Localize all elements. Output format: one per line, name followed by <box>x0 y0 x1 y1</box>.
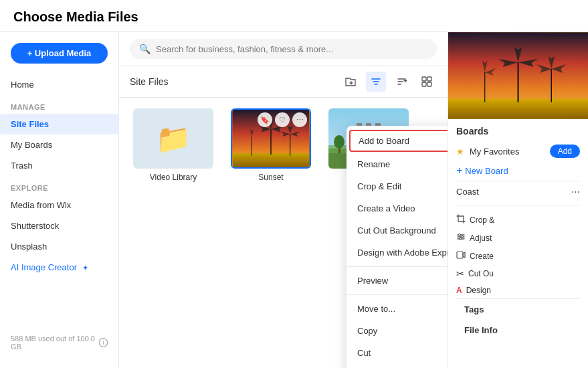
ctx-rename[interactable]: Rename <box>347 153 448 175</box>
content-area: 🔍 Site Files 📁 <box>119 32 448 368</box>
search-input-wrap[interactable]: 🔍 <box>130 39 437 59</box>
more-icon[interactable]: ⋯ <box>292 112 307 127</box>
page-header: Choose Media Files <box>0 0 588 32</box>
ctx-divider-2 <box>347 294 448 295</box>
folder-icon: 📁 <box>156 122 191 155</box>
ctx-cut-bg[interactable]: Cut Out Background <box>347 219 448 242</box>
sort-icon[interactable] <box>391 72 411 92</box>
tags-section: Tags <box>456 298 580 323</box>
create-video-icon <box>456 250 466 262</box>
video-library-label: Video Library <box>150 173 197 182</box>
svg-rect-5 <box>233 153 310 167</box>
more-options-icon[interactable]: ⋯ <box>571 187 580 197</box>
new-board-button[interactable]: + New Board <box>456 165 580 177</box>
svg-point-46 <box>460 238 462 240</box>
boards-header: Boards <box>456 126 580 136</box>
coast-label: Coast <box>456 187 479 197</box>
right-panel: Boards ★ My Favorites Add + New Board Co… <box>448 32 588 368</box>
plus-icon: + <box>456 165 462 177</box>
video-library-thumb: 📁 <box>133 108 213 169</box>
sidebar-item-shutterstock[interactable]: Shutterstock <box>0 215 118 236</box>
ctx-copy-url[interactable]: Copy URL <box>347 364 448 368</box>
sidebar-item-unsplash[interactable]: Unsplash <box>0 236 118 257</box>
action-adjust[interactable]: Adjust <box>456 229 580 247</box>
action-design[interactable]: A Design <box>456 282 580 298</box>
board-item-my-favorites: ★ My Favorites Add <box>456 142 580 161</box>
files-toolbar: Site Files <box>119 66 448 98</box>
search-icon: 🔍 <box>139 43 151 54</box>
sidebar-item-ai-image-creator[interactable]: AI Image Creator ✦ <box>0 257 118 278</box>
folder-add-icon[interactable] <box>340 72 361 92</box>
action-cut-out[interactable]: ✂ Cut Ou <box>456 265 580 282</box>
file-info-section: File Info <box>456 323 580 338</box>
svg-rect-0 <box>422 77 426 81</box>
page-title: Choose Media Files <box>13 9 575 25</box>
design-icon: A <box>456 286 462 295</box>
ctx-crop-edit[interactable]: Crop & Edit <box>347 175 448 197</box>
adjust-icon <box>456 232 466 244</box>
sidebar-item-trash[interactable]: Trash <box>0 155 118 176</box>
bookmark-icon[interactable]: 🔖 <box>258 112 272 127</box>
ctx-divider-1 <box>347 266 448 267</box>
sidebar-footer: 588 MB used out of 100.0 GB i <box>0 328 118 357</box>
toolbar-title: Site Files <box>130 76 335 87</box>
boards-section: Boards ★ My Favorites Add + New Board Co… <box>448 119 588 368</box>
svg-rect-3 <box>427 82 431 86</box>
sidebar: + Upload Media Home MANAGE Site Files My… <box>0 32 119 368</box>
svg-point-28 <box>334 135 345 149</box>
upload-media-button[interactable]: + Upload Media <box>11 43 108 64</box>
sunset-thumb: 🔖 ♡ ⋯ <box>231 108 311 169</box>
crop-icon <box>456 214 466 225</box>
search-bar: 🔍 <box>119 32 448 66</box>
image-preview-top <box>448 32 588 119</box>
ctx-add-to-board[interactable]: Add to Board › <box>349 130 448 152</box>
svg-rect-2 <box>422 82 426 86</box>
ctx-create-video[interactable]: Create a Video <box>347 197 448 219</box>
file-item-video-library[interactable]: 📁 Video Library <box>130 108 217 182</box>
filter-icon[interactable] <box>366 72 386 92</box>
info-icon[interactable]: i <box>99 338 108 347</box>
action-create[interactable]: Create <box>456 247 580 265</box>
svg-rect-1 <box>427 77 431 81</box>
svg-point-44 <box>459 234 461 236</box>
sunset-label: Sunset <box>258 173 283 182</box>
ctx-adobe-express[interactable]: Design with Adobe Express <box>347 242 448 264</box>
sidebar-item-my-boards[interactable]: My Boards <box>0 134 118 155</box>
svg-point-45 <box>462 236 464 238</box>
file-item-sunset[interactable]: 🔖 ♡ ⋯ Sunset <box>227 108 314 182</box>
search-input[interactable] <box>156 44 427 54</box>
heart-icon[interactable]: ♡ <box>275 112 290 127</box>
sidebar-section-explore: EXPLORE <box>0 176 118 195</box>
sidebar-section-manage: MANAGE <box>0 95 118 114</box>
sidebar-item-home[interactable]: Home <box>0 74 118 95</box>
ctx-cut[interactable]: Cut Ctrl+X <box>347 342 448 364</box>
file-info-title: File Info <box>464 325 572 335</box>
board-item-coast: Coast ⋯ <box>456 181 580 199</box>
add-to-favorites-button[interactable]: Add <box>550 145 580 158</box>
image-actions-overlay: 🔖 ♡ ⋯ <box>258 112 307 127</box>
ctx-preview[interactable]: Preview Space <box>347 270 448 292</box>
main-layout: + Upload Media Home MANAGE Site Files My… <box>0 32 588 368</box>
scissors-icon: ✂ <box>456 268 464 279</box>
svg-rect-47 <box>457 252 463 258</box>
action-list: Crop & Adjust Create ✂ Cut Ou <box>456 205 580 298</box>
sidebar-item-site-files[interactable]: Site Files <box>0 114 118 134</box>
ctx-copy[interactable]: Copy Ctrl+C <box>347 320 448 342</box>
grid-icon[interactable] <box>417 72 437 92</box>
boards-section-title: Boards <box>456 126 491 136</box>
tags-title: Tags <box>464 304 572 314</box>
context-menu: Add to Board › Rename Crop & Edit Create… <box>347 126 448 368</box>
ctx-move-to[interactable]: Move to... <box>347 298 448 320</box>
my-favorites-label: My Favorites <box>470 147 519 157</box>
action-crop[interactable]: Crop & <box>456 211 580 229</box>
sidebar-item-media-from-wix[interactable]: Media from Wix <box>0 195 118 215</box>
star-icon: ★ <box>456 147 464 157</box>
